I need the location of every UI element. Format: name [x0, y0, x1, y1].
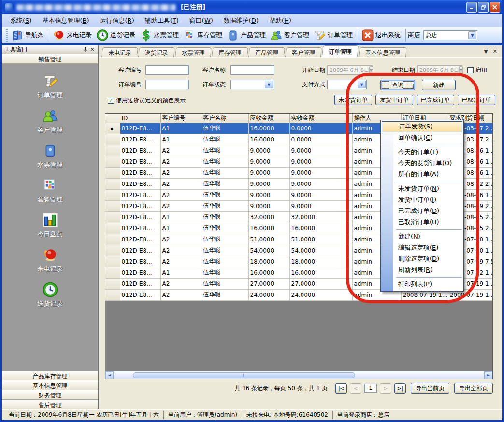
sidebar-group-sales[interactable]: 销售管理	[2, 54, 98, 64]
row-selector-cell[interactable]	[105, 178, 120, 189]
sidebar-group-button[interactable]: 基本信息管理	[2, 380, 98, 390]
export-current-page-button[interactable]: 导出当前页	[411, 383, 449, 394]
menu-bar-item[interactable]: 运行信息(R)	[95, 14, 140, 27]
sidebar-item-water-ticket-mgmt[interactable]: 水票管理	[2, 142, 98, 169]
chevron-down-icon[interactable]: ▼	[468, 31, 476, 39]
sidebar-item-daily-stock-check[interactable]: 今日盘点	[2, 211, 98, 239]
chevron-down-icon[interactable]: ▼	[369, 66, 373, 74]
context-menu-item[interactable]: 所有的订单(A)	[381, 169, 463, 180]
context-menu-item[interactable]: 刷新列表(R)	[381, 265, 463, 276]
menu-bar-item[interactable]: 系统(S)	[5, 14, 37, 27]
context-menu-item[interactable]: 今天的订单(T)	[381, 147, 463, 158]
column-header-id[interactable]: ID	[120, 114, 160, 123]
context-menu-item[interactable]: 回单确认(C)	[381, 132, 463, 143]
row-selector-cell[interactable]	[105, 189, 120, 200]
enable-checkbox[interactable]	[467, 67, 474, 73]
row-selector-cell[interactable]	[105, 267, 120, 278]
tab[interactable]: 产品管理	[248, 47, 285, 57]
column-header-customer-name[interactable]: 客户名称	[202, 114, 248, 123]
tab[interactable]: 客户管理	[285, 47, 322, 57]
row-selector-cell[interactable]	[105, 278, 120, 289]
new-button[interactable]: 新建	[422, 80, 456, 90]
row-selector-cell[interactable]	[105, 156, 120, 167]
row-selector-cell[interactable]	[105, 200, 120, 211]
shop-select[interactable]: 总店 ▼	[423, 30, 477, 40]
toolbar-exit-button[interactable]: 退出系统	[360, 28, 403, 42]
sidebar-item-delivery-log[interactable]: 送货记录	[2, 281, 98, 308]
row-selector-cell[interactable]	[105, 167, 120, 178]
context-menu-item[interactable]: 未发货订单(N)	[381, 183, 463, 195]
chevron-down-icon[interactable]: ▼	[459, 66, 463, 74]
toolbar-inventory-button[interactable]: 库存管理	[182, 28, 225, 42]
start-date-picker[interactable]: 2009年 6月 8日 ▼	[327, 65, 373, 75]
page-number-input[interactable]: 1	[364, 384, 377, 393]
chevron-down-icon[interactable]: ▼	[358, 81, 366, 88]
toolbar-call-log-button[interactable]: 来电记录	[51, 28, 95, 42]
row-selector-cell[interactable]	[105, 234, 120, 245]
sidebar-item-order-mgmt[interactable]: 订单管理	[2, 72, 98, 99]
order-status-filter-button[interactable]: 已取消订单	[458, 95, 495, 105]
sidebar-group-button[interactable]: 产品库存管理	[2, 371, 98, 380]
export-all-pages-button[interactable]: 导出全部页	[454, 383, 493, 394]
row-selector-cell[interactable]	[105, 245, 120, 256]
menu-bar-item[interactable]: 辅助工具(T)	[140, 14, 184, 27]
sidebar-item-customer-mgmt[interactable]: 客户管理	[2, 107, 98, 134]
order-status-filter-button[interactable]: 发货中订单	[375, 95, 413, 105]
toolbar-order-button[interactable]: 订单管理	[312, 28, 356, 42]
context-menu-item[interactable]: 订单发货(S)	[382, 121, 462, 132]
chevron-down-icon[interactable]: ▼	[265, 81, 273, 88]
sidebar-group-button[interactable]: 财务管理	[2, 390, 98, 400]
scroll-right-icon[interactable]: ►	[484, 371, 492, 379]
pay-method-select[interactable]: ▼	[327, 80, 367, 89]
first-page-button[interactable]: |<	[335, 383, 347, 394]
context-menu-item[interactable]: 编辑选定项(E)	[381, 242, 463, 253]
order-status-filter-button[interactable]: 未发货订单	[334, 95, 372, 105]
context-menu-item[interactable]: 删除选定项(D)	[381, 253, 463, 265]
toolbar-customer-button[interactable]: 客户管理	[269, 28, 312, 42]
customer-name-input[interactable]	[230, 65, 274, 75]
minimize-button[interactable]	[466, 2, 477, 13]
toolbar-grip[interactable]	[6, 29, 8, 42]
context-menu-item[interactable]: 发货中订单(I)	[381, 195, 463, 206]
last-page-button[interactable]: >|	[394, 383, 406, 394]
context-menu-item[interactable]: 打印列表(P)	[381, 279, 463, 290]
context-menu-item[interactable]: 已完成订单(D)	[381, 206, 463, 217]
sidebar-item-call-log[interactable]: 来电记录	[2, 246, 98, 273]
prev-page-button[interactable]: <	[350, 383, 361, 394]
row-selector-cell[interactable]	[105, 256, 120, 267]
toolbar-product-button[interactable]: 产品管理	[225, 28, 269, 42]
context-menu-item[interactable]: 新建(N)	[381, 231, 463, 242]
tab[interactable]: 来电记录	[101, 47, 138, 57]
context-menu-item[interactable]: 已取消订单(U)	[381, 217, 463, 228]
menu-bar-item[interactable]: 基本信息管理(B)	[37, 14, 94, 27]
order-no-input[interactable]	[145, 80, 189, 89]
row-selector-cell[interactable]	[105, 211, 120, 223]
search-button[interactable]: 查询	[380, 80, 415, 90]
close-icon[interactable]: ✕	[89, 46, 96, 53]
row-selector-cell[interactable]	[105, 145, 120, 156]
menu-bar-item[interactable]: 数据维护(D)	[218, 14, 264, 27]
row-selector-cell[interactable]	[105, 223, 120, 234]
toolbar-water-ticket-button[interactable]: $ 水票管理	[138, 28, 182, 42]
tab[interactable]: 库存管理	[212, 47, 248, 57]
pin-icon[interactable]	[82, 46, 89, 53]
tab[interactable]: 基本信息管理	[359, 47, 407, 57]
next-page-button[interactable]: >	[380, 383, 391, 394]
column-header-receivable[interactable]: 应收金额	[248, 114, 289, 123]
column-header-received[interactable]: 实收金额	[289, 114, 352, 123]
tab[interactable]: 送货记录	[138, 47, 175, 57]
delivery-color-checkbox[interactable]: ✓	[108, 98, 114, 104]
row-selector-cell[interactable]	[105, 134, 120, 145]
order-status-select[interactable]: ▼	[230, 80, 274, 89]
tab-close-icon[interactable]: ✕	[493, 48, 497, 55]
customer-no-input[interactable]	[145, 65, 189, 75]
scroll-left-icon[interactable]: ◄	[105, 371, 114, 379]
tab[interactable]: 水票管理	[175, 47, 212, 57]
tab-list-dropdown-icon[interactable]: ▼	[484, 48, 488, 55]
restore-button[interactable]	[478, 2, 489, 13]
end-date-picker[interactable]: 2009年 6月 8日 ▼	[417, 65, 462, 75]
context-menu-item[interactable]: 今天的发货订单(O)	[381, 158, 463, 169]
row-selector-cell[interactable]	[105, 289, 120, 300]
column-header-customer-no[interactable]: 客户编号	[160, 114, 202, 123]
close-button[interactable]	[490, 2, 500, 13]
